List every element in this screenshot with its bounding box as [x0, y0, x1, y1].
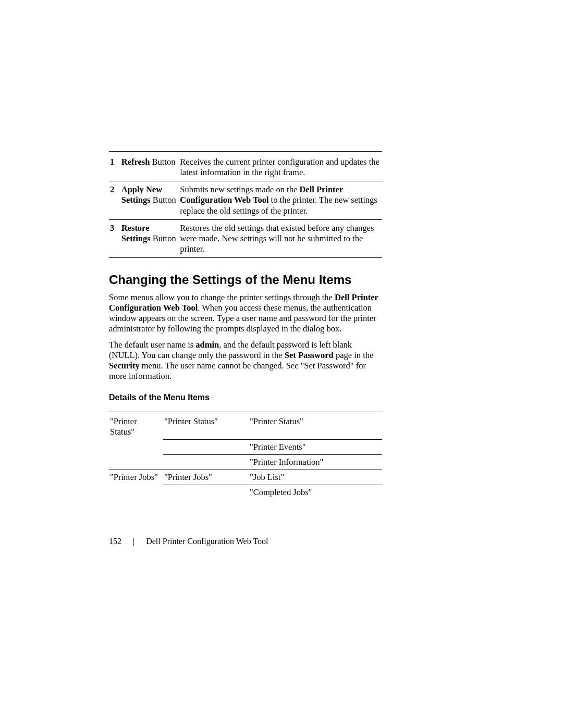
button-name-bold: Refresh [121, 157, 150, 167]
body-bold: Security [109, 361, 140, 371]
menu-col1 [109, 485, 163, 500]
button-name-bold: Restore Settings [121, 223, 151, 243]
button-name-rest: Button [151, 233, 176, 243]
body-paragraph: The default user name is admin, and the … [109, 340, 382, 382]
button-name-rest: Button [150, 157, 175, 167]
row-number: 2 [109, 181, 121, 219]
menu-col1: "Printer Jobs" [109, 470, 163, 485]
table-top-rule [109, 151, 382, 152]
table-row: 1 Refresh Button Receives the current pr… [109, 154, 382, 181]
footer-title: Dell Printer Configuration Web Tool [146, 537, 268, 546]
menu-col3: "Printer Information" [249, 454, 382, 470]
menu-col2 [163, 485, 249, 500]
button-name-rest: Button [151, 195, 176, 205]
body-text: Some menus allow you to change the print… [109, 292, 335, 302]
menu-col1: "Printer Status" [109, 414, 163, 439]
table-row: "Printer Events" [109, 439, 382, 454]
page-number: 152 [109, 537, 121, 546]
table-row: "Printer Status" "Printer Status" "Print… [109, 414, 382, 439]
desc-text: Restores the old settings that existed b… [180, 223, 374, 254]
table-row: "Printer Information" [109, 454, 382, 470]
button-name: Apply New Settings Button [121, 181, 180, 219]
body-paragraph: Some menus allow you to change the print… [109, 292, 382, 335]
row-number: 3 [109, 219, 121, 257]
page-content: 1 Refresh Button Receives the current pr… [109, 151, 382, 500]
page-footer: 152 | Dell Printer Configuration Web Too… [109, 537, 382, 546]
table-row: "Printer Jobs" "Printer Jobs" "Job List" [109, 470, 382, 485]
table-row: 2 Apply New Settings Button Submits new … [109, 181, 382, 219]
document-page: 1 Refresh Button Receives the current pr… [0, 0, 563, 728]
button-name: Refresh Button [121, 154, 180, 181]
menu-col2: "Printer Jobs" [163, 470, 249, 485]
menu-col1 [109, 439, 163, 454]
menu-col3: "Printer Events" [249, 439, 382, 454]
buttons-table: 1 Refresh Button Receives the current pr… [109, 154, 382, 258]
button-description: Receives the current printer configurati… [180, 154, 382, 181]
button-name: Restore Settings Button [121, 219, 180, 257]
menu-details-table: "Printer Status" "Printer Status" "Print… [109, 414, 382, 500]
body-text: The default user name is [109, 340, 195, 350]
body-bold: Set Password [285, 350, 334, 360]
desc-text: Receives the current printer configurati… [180, 157, 380, 177]
menu-col3: "Job List" [249, 470, 382, 485]
button-description: Restores the old settings that existed b… [180, 219, 382, 257]
menu-col2 [163, 454, 249, 470]
menu-col3: "Completed Jobs" [249, 485, 382, 500]
table-row: "Completed Jobs" [109, 485, 382, 500]
table-row: 3 Restore Settings Button Restores the o… [109, 219, 382, 257]
row-number: 1 [109, 154, 121, 181]
menu-table-wrapper: "Printer Status" "Printer Status" "Print… [109, 412, 382, 500]
body-text: menu. The user name cannot be changed. S… [109, 361, 366, 381]
menu-col1 [109, 454, 163, 470]
menu-col2: "Printer Status" [163, 414, 249, 439]
body-text: page in the [334, 350, 374, 360]
body-bold: admin [195, 340, 219, 350]
desc-text: Submits new settings made on the [180, 184, 299, 194]
subsection-heading: Details of the Menu Items [109, 393, 382, 402]
menu-col3: "Printer Status" [249, 414, 382, 439]
menu-col2 [163, 439, 249, 454]
section-heading: Changing the Settings of the Menu Items [109, 273, 382, 287]
button-description: Submits new settings made on the Dell Pr… [180, 181, 382, 219]
footer-separator: | [133, 537, 134, 546]
